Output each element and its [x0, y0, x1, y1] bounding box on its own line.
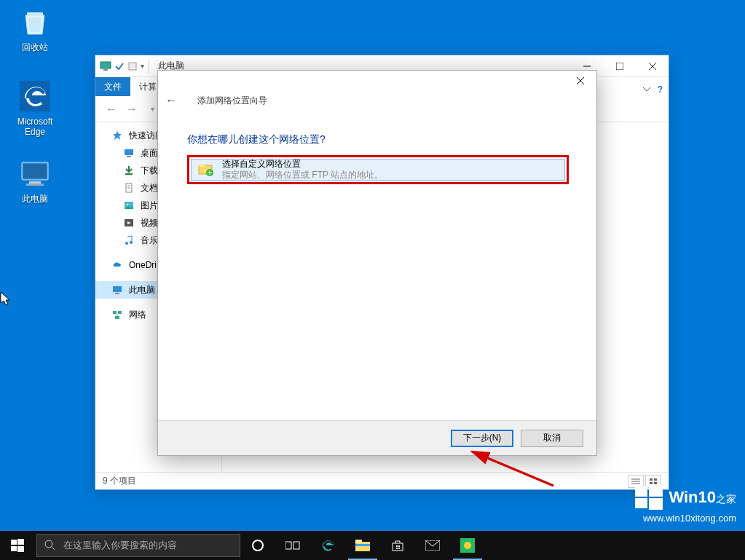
svg-rect-25	[115, 293, 119, 294]
svg-point-23	[130, 241, 133, 244]
chevron-down-icon[interactable]	[640, 83, 653, 96]
taskbar-task-view[interactable]	[275, 531, 310, 560]
search-icon	[44, 540, 56, 551]
video-icon	[123, 217, 135, 229]
explorer-statusbar: 9 个项目	[95, 472, 669, 489]
folder-network-icon	[197, 161, 215, 178]
annotation-highlight: 选择自定义网络位置 指定网站、网络位置或 FTP 站点的地址。	[187, 155, 569, 184]
sidebar-item-label: OneDri	[129, 260, 157, 270]
svg-rect-33	[650, 478, 653, 481]
wizard-heading: 你想在哪儿创建这个网络位置?	[187, 133, 326, 146]
nav-forward-button[interactable]: →	[122, 100, 142, 119]
music-icon	[123, 234, 135, 246]
svg-rect-48	[17, 539, 24, 545]
svg-rect-8	[129, 63, 136, 70]
separator	[149, 60, 149, 73]
svg-rect-46	[649, 498, 663, 510]
desktop-icon-label: 此电脑	[7, 194, 63, 204]
search-placeholder: 在这里输入你要搜索的内容	[63, 539, 177, 552]
help-icon[interactable]: ?	[658, 84, 663, 95]
svg-rect-4	[29, 181, 41, 184]
svg-rect-40	[199, 164, 205, 167]
edge-icon	[17, 79, 52, 114]
taskbar-store[interactable]	[380, 531, 415, 560]
taskbar-edge[interactable]	[310, 531, 345, 560]
svg-rect-55	[293, 542, 299, 549]
taskbar-search-input[interactable]: 在这里输入你要搜索的内容	[36, 534, 240, 557]
svg-rect-24	[113, 286, 122, 292]
windows-logo-icon	[635, 484, 663, 511]
svg-rect-1	[20, 81, 50, 111]
desktop-icon-this-pc[interactable]: 此电脑	[7, 156, 63, 204]
svg-rect-26	[113, 311, 117, 314]
svg-rect-34	[654, 478, 657, 481]
svg-line-52	[52, 547, 55, 550]
next-button[interactable]: 下一步(N)	[451, 430, 513, 447]
desktop-icon-recycle-bin[interactable]: 回收站	[7, 4, 63, 52]
option-custom-network-location[interactable]: 选择自定义网络位置 指定网站、网络位置或 FTP 站点的地址。	[191, 159, 565, 181]
checkmark-icon[interactable]	[114, 61, 125, 71]
desktop-icon-label: Microsoft Edge	[7, 117, 63, 137]
svg-rect-62	[396, 548, 398, 549]
svg-rect-3	[23, 164, 47, 178]
close-button[interactable]	[636, 55, 669, 76]
taskbar-mail[interactable]	[415, 531, 450, 560]
status-text: 9 个项目	[103, 475, 136, 487]
sidebar-item-label: 视频	[141, 217, 158, 229]
taskbar-app[interactable]	[450, 531, 485, 560]
svg-rect-50	[17, 546, 24, 552]
watermark-brand: Win10	[669, 488, 716, 506]
desktop-icon-edge[interactable]: Microsoft Edge	[7, 79, 63, 137]
watermark-suffix: 之家	[716, 493, 736, 505]
sidebar-item-label: 桌面	[141, 147, 158, 159]
add-network-location-wizard: ← 添加网络位置向导 你想在哪儿创建这个网络位置? 选择自定义网络位置 指定网站…	[157, 70, 597, 456]
watermark-url: www.win10xitong.com	[635, 513, 736, 524]
overflow-icon[interactable]	[127, 61, 138, 71]
svg-rect-63	[398, 548, 400, 549]
svg-rect-27	[118, 311, 122, 314]
svg-rect-28	[115, 316, 119, 319]
tab-file[interactable]: 文件	[95, 77, 130, 96]
svg-rect-10	[616, 63, 623, 70]
recycle-bin-icon	[17, 4, 52, 39]
cancel-button[interactable]: 取消	[521, 430, 583, 447]
maximize-button[interactable]	[603, 55, 636, 76]
download-icon	[123, 165, 135, 176]
sidebar-item-label: 文档	[141, 182, 158, 194]
svg-rect-7	[103, 69, 108, 71]
sidebar-item-label: 下载	[141, 165, 158, 177]
sidebar-item-label: 网络	[129, 309, 146, 321]
start-button[interactable]	[0, 531, 35, 560]
star-icon	[111, 130, 123, 141]
svg-rect-6	[100, 62, 111, 68]
dropdown-icon[interactable]: ▾	[141, 62, 144, 70]
taskbar-cortana[interactable]	[240, 531, 275, 560]
svg-rect-61	[398, 545, 400, 547]
svg-rect-44	[649, 485, 663, 497]
svg-rect-45	[635, 498, 647, 508]
svg-rect-49	[11, 546, 17, 551]
svg-point-22	[125, 242, 128, 245]
network-icon	[111, 309, 123, 320]
sidebar-item-label: 图片	[141, 200, 158, 212]
sidebar-item-label: 此电脑	[129, 284, 155, 296]
wizard-back-button[interactable]: ←	[165, 94, 177, 107]
wizard-footer: 下一步(N) 取消	[158, 420, 596, 455]
mouse-cursor-icon	[0, 291, 12, 307]
taskbar-explorer[interactable]	[345, 531, 380, 560]
svg-rect-43	[635, 486, 647, 497]
taskbar: 在这里输入你要搜索的内容	[0, 531, 745, 560]
document-icon	[123, 182, 135, 194]
watermark: Win10之家 www.win10xitong.com	[635, 484, 736, 524]
this-pc-icon	[17, 156, 52, 191]
svg-rect-14	[127, 156, 131, 157]
nav-back-button[interactable]: ←	[101, 100, 122, 119]
svg-rect-0	[27, 12, 43, 16]
svg-point-51	[45, 540, 52, 548]
svg-point-66	[464, 542, 471, 549]
svg-rect-47	[11, 540, 17, 545]
onedrive-icon	[111, 259, 123, 271]
svg-rect-54	[285, 542, 291, 549]
wizard-close-button[interactable]	[564, 71, 596, 91]
desktop-icon	[123, 147, 135, 159]
